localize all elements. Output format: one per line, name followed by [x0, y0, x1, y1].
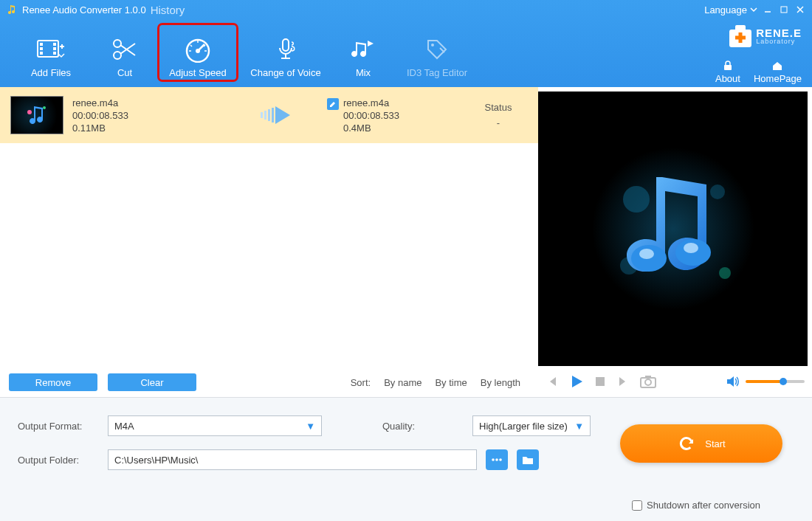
svg-point-11: [196, 49, 200, 53]
sort-by-time[interactable]: By time: [435, 377, 467, 388]
status-value: -: [469, 117, 528, 128]
sort-by-length[interactable]: By length: [481, 377, 520, 388]
svg-rect-35: [645, 376, 651, 379]
next-button[interactable]: [616, 375, 630, 388]
source-duration: 00:00:08.533: [72, 110, 128, 121]
homepage-link[interactable]: HomePage: [754, 60, 802, 84]
edit-icon[interactable]: [327, 98, 339, 110]
id3-editor-button[interactable]: ID3 Tag Editor: [393, 24, 481, 81]
browse-button[interactable]: [486, 449, 508, 470]
source-info: renee.m4a 00:00:08.533 0.11MB: [72, 97, 128, 134]
file-row[interactable]: renee.m4a 00:00:08.533 0.11MB renee.m4a …: [0, 87, 538, 143]
quality-label: Quality:: [382, 421, 464, 432]
language-label: Language: [704, 4, 747, 15]
output-format-value: M4A: [114, 421, 134, 432]
arrow-icon: [259, 104, 303, 126]
quality-value: High(Larger file size): [479, 421, 568, 432]
svg-rect-7: [53, 52, 56, 55]
stop-button[interactable]: [594, 376, 606, 387]
chevron-down-icon: [750, 6, 757, 13]
shutdown-checkbox[interactable]: Shutdown after conversion: [632, 500, 760, 511]
add-files-button[interactable]: Add Files: [10, 24, 92, 81]
svg-rect-5: [53, 43, 56, 46]
tag-icon: [424, 35, 450, 64]
quality-select[interactable]: High(Larger file size) ▼: [472, 415, 591, 436]
microphone-icon: [272, 35, 299, 64]
open-folder-button[interactable]: [517, 449, 539, 470]
svg-point-17: [27, 110, 32, 114]
home-icon: [771, 60, 783, 72]
shutdown-checkbox-input[interactable]: [632, 500, 642, 511]
output-format-label: Output Format:: [18, 421, 99, 432]
svg-rect-23: [592, 148, 754, 310]
minimize-button[interactable]: [762, 4, 774, 15]
music-note-icon: [592, 148, 754, 310]
svg-point-30: [639, 249, 654, 259]
source-filename: renee.m4a: [72, 97, 128, 108]
svg-rect-20: [264, 111, 266, 120]
svg-rect-16: [724, 65, 732, 70]
shutdown-label: Shutdown after conversion: [647, 500, 760, 511]
history-link[interactable]: History: [151, 4, 185, 16]
adjust-speed-button[interactable]: Adjust Speed: [158, 24, 238, 81]
svg-point-38: [499, 458, 502, 461]
svg-rect-2: [40, 43, 43, 46]
svg-point-25: [710, 184, 725, 199]
svg-rect-12: [283, 39, 289, 51]
chevron-down-icon: ▼: [574, 421, 584, 432]
svg-point-24: [623, 186, 650, 213]
about-link[interactable]: About: [715, 60, 740, 84]
close-button[interactable]: [794, 4, 806, 15]
svg-rect-21: [268, 109, 270, 121]
svg-rect-15: [735, 25, 746, 31]
change-voice-button[interactable]: Change of Voice: [238, 24, 334, 81]
dest-duration: 00:00:08.533: [343, 110, 399, 121]
svg-rect-19: [261, 112, 263, 118]
output-folder-label: Output Folder:: [18, 455, 99, 466]
output-format-select[interactable]: M4A ▼: [108, 415, 322, 436]
change-voice-label: Change of Voice: [250, 67, 320, 78]
svg-point-18: [43, 106, 46, 109]
play-button[interactable]: [569, 374, 584, 389]
cut-button[interactable]: Cut: [92, 24, 158, 81]
lock-icon: [722, 60, 734, 72]
start-button[interactable]: Start: [620, 424, 782, 463]
svg-rect-0: [781, 7, 787, 13]
volume-icon[interactable]: [726, 376, 740, 387]
svg-rect-6: [53, 47, 56, 50]
dest-size: 0.4MB: [343, 123, 399, 134]
chevron-down-icon: ▼: [306, 421, 315, 432]
source-size: 0.11MB: [72, 123, 128, 134]
brand-line1: RENE.E: [756, 27, 802, 38]
language-selector[interactable]: Language: [704, 4, 757, 15]
remove-button[interactable]: Remove: [9, 373, 97, 391]
dest-filename: renee.m4a: [343, 97, 399, 108]
scissors-icon: [111, 35, 138, 64]
mix-button[interactable]: Mix: [334, 24, 393, 81]
id3-label: ID3 Tag Editor: [407, 67, 467, 78]
svg-point-31: [684, 243, 698, 253]
app-icon: [6, 4, 18, 15]
file-thumbnail: [10, 96, 63, 134]
volume-slider[interactable]: [746, 380, 805, 383]
add-files-label: Add Files: [31, 67, 71, 78]
svg-rect-22: [272, 108, 274, 123]
sort-label: Sort:: [351, 377, 371, 388]
clear-button[interactable]: Clear: [108, 373, 196, 391]
snapshot-button[interactable]: [640, 375, 656, 388]
medkit-icon: [728, 22, 753, 50]
svg-rect-4: [40, 52, 43, 55]
gauge-icon: [183, 35, 213, 64]
svg-point-37: [495, 458, 498, 461]
refresh-icon: [677, 434, 696, 453]
mix-label: Mix: [356, 67, 371, 78]
output-folder-input[interactable]: [108, 449, 477, 470]
svg-point-9: [114, 52, 121, 59]
status-header: Status: [469, 102, 528, 113]
prev-button[interactable]: [546, 375, 559, 388]
sort-by-name[interactable]: By name: [384, 377, 422, 388]
svg-point-36: [492, 458, 495, 461]
adjust-speed-label: Adjust Speed: [169, 67, 226, 78]
maximize-button[interactable]: [778, 4, 790, 15]
svg-point-13: [431, 44, 434, 46]
